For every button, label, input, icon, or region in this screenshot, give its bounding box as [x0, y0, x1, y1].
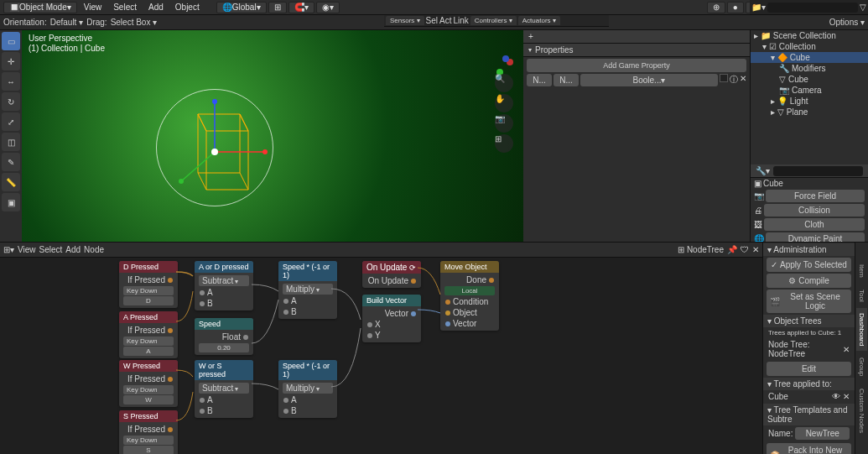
tool-annotate[interactable]: ✎: [2, 153, 20, 171]
output-tab-icon[interactable]: 🖨: [754, 206, 762, 215]
remove-icon[interactable]: ✕: [843, 392, 850, 401]
outliner-mode-icon[interactable]: 📁▾: [751, 3, 766, 12]
node-d-pressed[interactable]: D Pressed If Pressed Key DownD: [119, 261, 178, 308]
zoom-icon[interactable]: 🔍: [495, 74, 513, 92]
render-tab-icon[interactable]: 📷: [754, 191, 764, 201]
info-icon[interactable]: ⓘ: [730, 74, 738, 86]
cloth-button[interactable]: Cloth: [764, 218, 865, 231]
menu-object[interactable]: Object: [170, 1, 205, 13]
tab-sensors[interactable]: Sensors ▾: [386, 16, 424, 25]
props-search[interactable]: [773, 166, 863, 176]
eye-icon[interactable]: 👁: [832, 392, 840, 401]
snap-icon[interactable]: ⊞: [268, 2, 287, 13]
forcefield-button[interactable]: Force Field: [766, 190, 865, 202]
menu-view[interactable]: View: [79, 1, 107, 13]
outliner-modifiers[interactable]: 🔧 Modifiers: [751, 63, 868, 74]
vtab-item[interactable]: Item: [856, 259, 867, 283]
pan-icon[interactable]: ✋: [495, 94, 513, 112]
tab-controllers[interactable]: Controllers ▾: [470, 16, 517, 25]
tool-select[interactable]: ▭: [2, 32, 20, 50]
add-game-property-button[interactable]: Add Game Property: [527, 59, 746, 72]
node-view[interactable]: View: [18, 245, 36, 254]
view-tab-icon[interactable]: 🖼: [754, 220, 762, 229]
tool-scale[interactable]: ⤢: [2, 112, 20, 131]
tool-rotate[interactable]: ↻: [2, 92, 20, 111]
prop-type[interactable]: Boole...▾: [580, 74, 718, 86]
node-a-or-d[interactable]: A or D pressed Subtract ▾ A B: [195, 261, 253, 310]
nodetree-dropdown[interactable]: ⊞ NodeTree: [678, 245, 724, 254]
node-node[interactable]: Node: [84, 245, 104, 254]
filter-icon[interactable]: ▽: [860, 3, 866, 12]
vtab-group[interactable]: Group: [856, 352, 867, 381]
prop-new[interactable]: N...: [554, 74, 579, 86]
compile-button[interactable]: ⚙Compile: [767, 274, 851, 288]
x-icon[interactable]: ✕: [752, 245, 759, 254]
node-multiply-2[interactable]: Speed * (-1 or 1) Multiply ▾ A B: [278, 360, 337, 418]
scene-tab-icon[interactable]: 🌐: [754, 234, 764, 242]
selected-cube-gizmo[interactable]: [156, 89, 273, 206]
viewport-3d[interactable]: User Perspective(1) Collection | Cube: [22, 30, 523, 242]
mode-dropdown[interactable]: 🔲 Object Mode ▾: [3, 2, 77, 13]
tool-transform[interactable]: ◫: [2, 133, 20, 151]
props-mode-icon[interactable]: 🔧▾: [756, 166, 770, 175]
vtab-dashboard[interactable]: Dashboard: [856, 308, 867, 351]
close-icon[interactable]: ✕: [740, 74, 746, 86]
setscene-button[interactable]: 🎬Set as Scene Logic: [767, 290, 851, 313]
templates-section[interactable]: Tree Templates and Subtre: [767, 405, 847, 424]
pin-icon[interactable]: 📌: [727, 245, 737, 254]
tool-move[interactable]: ↔: [2, 72, 20, 91]
menu-select[interactable]: Select: [108, 1, 142, 13]
objtrees-section[interactable]: Object Trees: [774, 316, 822, 326]
node-multiply-1[interactable]: Speed * (-1 or 1) Multiply ▾ A B: [278, 261, 337, 319]
tab-actuators[interactable]: Actuators ▾: [518, 16, 560, 25]
scene-collection[interactable]: ▸ 📁 Scene Collection: [751, 30, 868, 41]
pack-button[interactable]: 📦Pack Into New Tree: [767, 443, 851, 454]
treeapplied-section[interactable]: Tree applied to:: [774, 379, 832, 389]
camera-icon[interactable]: 📷: [495, 114, 513, 133]
drag-dropdown[interactable]: Select Box ▾: [111, 18, 158, 27]
newtree-field[interactable]: NewTree: [795, 427, 850, 440]
prop-checkbox[interactable]: [720, 74, 728, 82]
sel-icon[interactable]: Sel: [426, 16, 438, 25]
collection[interactable]: ▾ ☑ Collection: [751, 41, 868, 52]
outliner-light[interactable]: ▸ 💡 Light: [751, 96, 868, 107]
vtab-tool[interactable]: Tool: [856, 284, 867, 307]
menu-add[interactable]: Add: [143, 1, 169, 13]
outliner-plane[interactable]: ▸ ▽ Plane: [751, 107, 868, 117]
admin-section[interactable]: Administration: [773, 245, 826, 254]
node-build-vector[interactable]: Build Vector Vector X Y: [362, 295, 421, 342]
tool-cursor[interactable]: ✛: [2, 52, 20, 70]
outliner-camera[interactable]: 📷 Camera: [751, 85, 868, 96]
persp-icon[interactable]: ⊞: [495, 134, 513, 153]
tool-addcube[interactable]: ▣: [2, 193, 20, 211]
outliner-cube-data[interactable]: ▽ Cube: [751, 74, 868, 85]
remove-tree-icon[interactable]: ✕: [843, 345, 850, 354]
orientation-dropdown[interactable]: Default ▾: [50, 18, 83, 27]
options-dropdown[interactable]: Options ▾: [829, 18, 865, 27]
outliner-cube[interactable]: ▾ 🔶 Cube: [751, 52, 868, 63]
node-add[interactable]: Add: [65, 245, 81, 254]
node-w-pressed[interactable]: W Pressed If Pressed Key DownW: [119, 360, 178, 407]
shield-icon[interactable]: 🛡: [741, 245, 749, 254]
editor-type-icon[interactable]: ⊞▾: [3, 245, 14, 254]
node-w-or-s[interactable]: W or S pressed Subtract ▾ A B: [195, 360, 253, 418]
node-canvas[interactable]: ⊞▾ View Select Add Node ⊞ NodeTree 📌 🛡 ✕: [0, 243, 762, 454]
apply-button[interactable]: ✓Apply To Selected: [767, 258, 851, 272]
global-dropdown[interactable]: 🌐 Global ▾: [216, 2, 267, 13]
proportional-icon[interactable]: ◉▾: [316, 2, 340, 13]
tool-measure[interactable]: 📏: [2, 173, 20, 191]
node-a-pressed[interactable]: A Pressed If Pressed Key DownA: [119, 311, 178, 358]
edit-button[interactable]: Edit: [767, 362, 851, 376]
shading-solid-icon[interactable]: ●: [727, 2, 744, 13]
shading-wireframe-icon[interactable]: ⊕: [707, 2, 725, 13]
outliner-search[interactable]: [767, 3, 858, 13]
node-move-object[interactable]: Move Object Done Local Condition Object …: [440, 261, 499, 331]
node-on-update[interactable]: On Update ⟳ On Update: [362, 261, 421, 288]
node-s-pressed[interactable]: S Pressed If Pressed Key DownS: [119, 410, 178, 454]
node-select[interactable]: Select: [39, 245, 63, 254]
act-icon[interactable]: Act: [439, 16, 451, 25]
vtab-custom[interactable]: Custom Nodes: [856, 384, 867, 438]
node-speed[interactable]: Speed Float 0.20: [195, 318, 253, 355]
dynpaint-button[interactable]: Dynamic Paint: [766, 232, 865, 242]
magnet-icon[interactable]: 🧲▾: [288, 2, 314, 13]
